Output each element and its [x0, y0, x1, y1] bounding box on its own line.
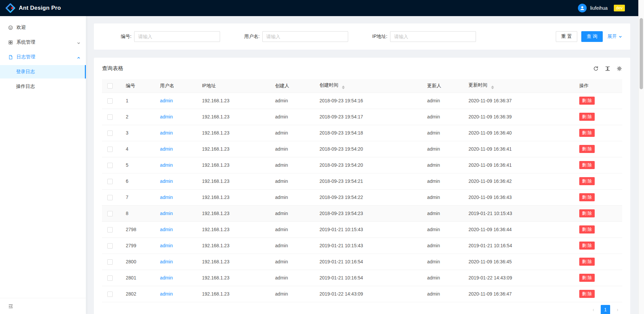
username-link[interactable]: admin [160, 291, 173, 297]
row-checkbox[interactable] [107, 98, 113, 104]
app-title: Ant Design Pro [19, 5, 61, 11]
delete-button[interactable]: 删 除 [579, 97, 595, 105]
id-field[interactable] [134, 31, 220, 42]
username-link[interactable]: admin [160, 259, 173, 264]
top-header: Ant Design Pro liufeihua dev [0, 0, 638, 16]
username-link[interactable]: admin [160, 178, 173, 184]
pagination-prev-button[interactable]: ‹ [589, 305, 598, 314]
delete-button[interactable]: 删 除 [579, 242, 595, 250]
delete-button[interactable]: 删 除 [579, 129, 595, 137]
query-button[interactable]: 查 询 [581, 31, 603, 42]
column-height-icon[interactable] [605, 66, 610, 71]
row-checkbox[interactable] [107, 227, 113, 232]
username-link[interactable]: admin [160, 146, 173, 152]
delete-button[interactable]: 删 除 [579, 161, 595, 169]
reload-icon[interactable] [593, 66, 599, 71]
cell-ip: 192.168.1.23 [197, 173, 270, 189]
smile-icon [8, 25, 13, 30]
username-link[interactable]: admin [160, 243, 173, 248]
id-field-label: 编号: [121, 34, 131, 40]
cell-updater: admin [422, 238, 463, 254]
header-user-area[interactable]: liufeihua dev [578, 4, 630, 12]
sidebar-item-log-management[interactable]: 日志管理 [0, 50, 86, 64]
username-link[interactable]: admin [160, 227, 173, 232]
sidebar-item-welcome[interactable]: 欢迎 [0, 21, 86, 34]
cell-ip: 192.168.1.23 [197, 286, 270, 302]
settings-gear-icon[interactable] [616, 66, 622, 71]
sort-carets-icon[interactable] [491, 86, 494, 89]
cell-creator: admin [270, 173, 314, 189]
reset-button[interactable]: 重 置 [556, 31, 577, 42]
collapse-sidebar-icon[interactable] [8, 304, 13, 309]
ant-design-logo-icon [5, 3, 15, 13]
cell-actions: 删 除 [574, 93, 622, 109]
delete-button[interactable]: 删 除 [579, 113, 595, 121]
cell-created-time: 2018-09-23 19:54:21 [314, 173, 422, 189]
cell-id: 2801 [120, 270, 155, 286]
pagination-next-button[interactable]: › [613, 305, 622, 314]
username-link[interactable]: admin [160, 275, 173, 280]
sidebar-item-operation-log[interactable]: 操作日志 [0, 80, 86, 93]
username-link[interactable]: admin [160, 195, 173, 200]
table-row: 2800admin192.168.1.23admin2019-01-21 10:… [102, 254, 622, 270]
cell-created-time: 2018-09-23 19:54:22 [314, 189, 422, 205]
row-checkbox[interactable] [107, 195, 113, 200]
cell-ip: 192.168.1.23 [197, 270, 270, 286]
delete-button[interactable]: 删 除 [579, 193, 595, 201]
row-checkbox[interactable] [107, 179, 113, 184]
row-checkbox[interactable] [107, 292, 113, 297]
cell-checkbox [102, 109, 120, 125]
row-checkbox[interactable] [107, 259, 113, 265]
pagination-page-1[interactable]: 1 [601, 305, 610, 314]
table-row: 2798admin192.168.1.23admin2019-01-21 10:… [102, 221, 622, 238]
username-field[interactable] [262, 31, 348, 42]
delete-button[interactable]: 删 除 [579, 145, 595, 153]
cell-ip: 192.168.1.23 [197, 109, 270, 125]
logo[interactable]: Ant Design Pro [5, 3, 61, 13]
cell-id: 2798 [120, 221, 155, 238]
cell-checkbox [102, 254, 120, 270]
delete-button[interactable]: 删 除 [579, 209, 595, 217]
table-row: 1admin192.168.1.23admin2018-09-23 19:54:… [102, 93, 622, 109]
delete-button[interactable]: 删 除 [579, 274, 595, 282]
appstore-icon [8, 40, 13, 45]
sidebar-item-label: 日志管理 [16, 54, 35, 60]
cell-username: admin [155, 254, 197, 270]
row-checkbox[interactable] [107, 275, 113, 281]
delete-button[interactable]: 删 除 [579, 225, 595, 233]
username-link[interactable]: admin [160, 114, 173, 119]
table-row: 2802admin192.168.1.23admin2019-01-22 14:… [102, 286, 622, 302]
scrollbar-thumb[interactable] [640, 18, 643, 89]
row-checkbox[interactable] [107, 114, 113, 120]
cell-updater: admin [422, 205, 463, 221]
cell-id: 2 [120, 109, 155, 125]
delete-button[interactable]: 删 除 [579, 177, 595, 185]
cell-created-time: 2018-09-23 19:54:23 [314, 205, 422, 221]
user-avatar[interactable] [578, 4, 587, 12]
column-header-created-time[interactable]: 创建时间 [314, 79, 422, 93]
row-checkbox[interactable] [107, 147, 113, 152]
cell-checkbox [102, 270, 120, 286]
cell-updated-time: 2020-11-09 16:36:39 [463, 109, 574, 125]
username-link[interactable]: admin [160, 211, 173, 216]
cell-checkbox [102, 157, 120, 173]
delete-button[interactable]: 删 除 [579, 290, 595, 298]
table-header-row: 编号 用户名 IP地址 创建人 创建时间 更新人 [102, 79, 622, 93]
vertical-scrollbar [638, 0, 644, 314]
row-checkbox[interactable] [107, 163, 113, 168]
expand-toggle[interactable]: 展开 [607, 34, 622, 40]
ip-field[interactable] [390, 31, 476, 42]
cell-checkbox [102, 286, 120, 302]
select-all-checkbox[interactable] [107, 83, 113, 89]
row-checkbox[interactable] [107, 130, 113, 136]
row-checkbox[interactable] [107, 211, 113, 216]
column-header-updated-time[interactable]: 更新时间 [463, 79, 574, 93]
username-link[interactable]: admin [160, 130, 173, 136]
sidebar-item-system-management[interactable]: 系统管理 [0, 36, 86, 49]
sidebar-item-login-log[interactable]: 登录日志 [0, 65, 86, 78]
sort-carets-icon[interactable] [342, 86, 345, 89]
row-checkbox[interactable] [107, 243, 113, 249]
username-link[interactable]: admin [160, 162, 173, 168]
delete-button[interactable]: 删 除 [579, 258, 595, 266]
username-link[interactable]: admin [160, 98, 173, 103]
